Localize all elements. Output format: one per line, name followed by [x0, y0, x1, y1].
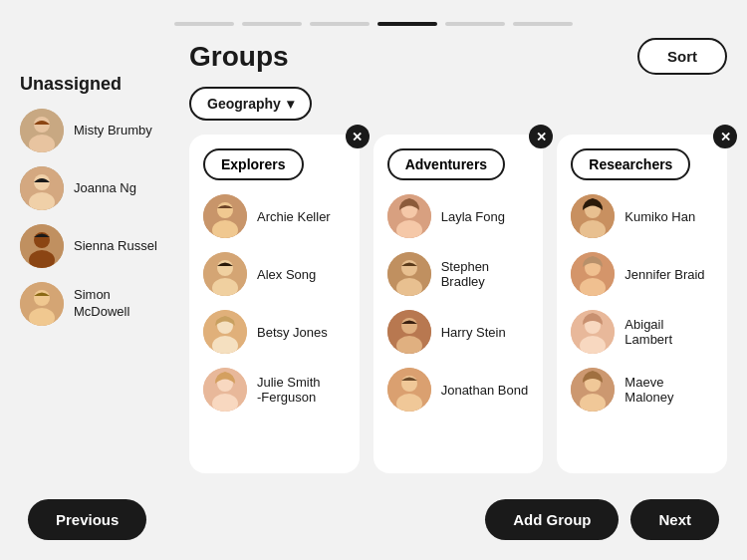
member-stephen: Stephen Bradley — [387, 252, 530, 296]
filter-row: Geography ▾ — [189, 87, 727, 121]
progress-segment-1 — [174, 22, 234, 26]
progress-segment-3 — [310, 22, 370, 26]
name-abigail: Abigail Lambert — [624, 317, 713, 347]
avatar-jennifer — [571, 252, 615, 296]
member-layla: Layla Fong — [387, 194, 530, 238]
name-alex: Alex Song — [257, 267, 316, 282]
avatar-layla — [387, 194, 431, 238]
member-harry: Harry Stein — [387, 310, 530, 354]
avatar-joanna — [20, 166, 64, 210]
group-name-adventurers: Adventurers — [387, 148, 505, 180]
group-name-explorers: Explorers — [203, 148, 304, 180]
svg-point-13 — [217, 202, 233, 218]
right-nav-buttons: Add Group Next — [485, 499, 719, 540]
progress-segment-6 — [513, 22, 573, 26]
avatar-maeve — [571, 368, 615, 412]
name-kumiko: Kumiko Han — [624, 209, 695, 224]
name-simon: SimonMcDowell — [74, 287, 129, 321]
unassigned-student-1: Misty Brumby — [20, 109, 179, 152]
name-julie: Julie Smith-Ferguson — [257, 375, 321, 405]
svg-point-31 — [401, 318, 417, 334]
member-julie: Julie Smith-Ferguson — [203, 368, 346, 412]
name-jonathan: Jonathan Bond — [441, 383, 528, 398]
main-layout: Unassigned Misty Brumby — [0, 38, 747, 473]
content-area: Groups Sort Geography ▾ ✕ Explorers Arch… — [179, 38, 727, 473]
groups-title: Groups — [189, 41, 289, 73]
close-adventurers-button[interactable]: ✕ — [529, 125, 553, 148]
bottom-navigation: Previous Add Group Next — [0, 499, 747, 540]
content-header: Groups Sort — [189, 38, 727, 75]
member-abigail: Abigail Lambert — [571, 310, 713, 354]
member-kumiko: Kumiko Han — [571, 194, 713, 238]
name-joanna: Joanna Ng — [74, 180, 136, 197]
group-name-researchers: Researchers — [571, 148, 690, 180]
avatar-stephen — [387, 252, 431, 296]
avatar-archie — [203, 194, 247, 238]
avatar-kumiko — [571, 194, 615, 238]
member-jonathan: Jonathan Bond — [387, 368, 530, 412]
name-harry: Harry Stein — [441, 325, 506, 340]
avatar-sienna — [20, 224, 64, 268]
name-jennifer: Jennifer Braid — [624, 267, 704, 282]
name-maeve: Maeve Maloney — [624, 375, 713, 405]
member-maeve: Maeve Maloney — [571, 368, 713, 412]
avatar-jonathan — [387, 368, 431, 412]
close-explorers-button[interactable]: ✕ — [346, 125, 370, 148]
avatar-misty — [20, 109, 64, 152]
group-card-researchers: ✕ Researchers Kumiko Han Jennifer Braid — [557, 135, 727, 473]
svg-point-10 — [34, 290, 50, 306]
member-jennifer: Jennifer Braid — [571, 252, 713, 296]
member-alex: Alex Song — [203, 252, 346, 296]
geography-filter-button[interactable]: Geography ▾ — [189, 87, 312, 121]
name-layla: Layla Fong — [441, 209, 505, 224]
avatar-alex — [203, 252, 247, 296]
group-card-adventurers: ✕ Adventurers Layla Fong Stephen Bradley — [374, 135, 544, 473]
avatar-abigail — [571, 310, 615, 354]
chevron-down-icon: ▾ — [287, 96, 294, 112]
member-betsy: Betsy Jones — [203, 310, 346, 354]
previous-button[interactable]: Previous — [28, 499, 146, 540]
svg-point-28 — [401, 260, 417, 276]
progress-segment-5 — [445, 22, 505, 26]
avatar-betsy — [203, 310, 247, 354]
geography-label: Geography — [207, 96, 281, 112]
group-card-explorers: ✕ Explorers Archie Keller Alex Song — [189, 135, 360, 473]
avatar-harry — [387, 310, 431, 354]
member-archie: Archie Keller — [203, 194, 346, 238]
unassigned-sidebar: Unassigned Misty Brumby — [20, 38, 179, 473]
progress-bar — [0, 0, 747, 26]
unassigned-student-4: SimonMcDowell — [20, 282, 179, 326]
name-archie: Archie Keller — [257, 209, 331, 224]
progress-segment-4 — [377, 22, 437, 26]
svg-point-16 — [217, 260, 233, 276]
next-button[interactable]: Next — [630, 499, 719, 540]
groups-grid: ✕ Explorers Archie Keller Alex Song — [189, 135, 727, 473]
sort-button[interactable]: Sort — [637, 38, 727, 75]
avatar-julie — [203, 368, 247, 412]
avatar-simon — [20, 282, 64, 326]
unassigned-student-2: Joanna Ng — [20, 166, 179, 210]
progress-segment-2 — [242, 22, 302, 26]
name-sienna: Sienna Russel — [74, 238, 157, 255]
name-stephen: Stephen Bradley — [441, 259, 530, 289]
close-researchers-button[interactable]: ✕ — [713, 125, 737, 148]
name-betsy: Betsy Jones — [257, 325, 328, 340]
add-group-button[interactable]: Add Group — [485, 499, 619, 540]
unassigned-title: Unassigned — [20, 74, 179, 95]
unassigned-student-3: Sienna Russel — [20, 224, 179, 268]
name-misty: Misty Brumby — [74, 123, 152, 140]
